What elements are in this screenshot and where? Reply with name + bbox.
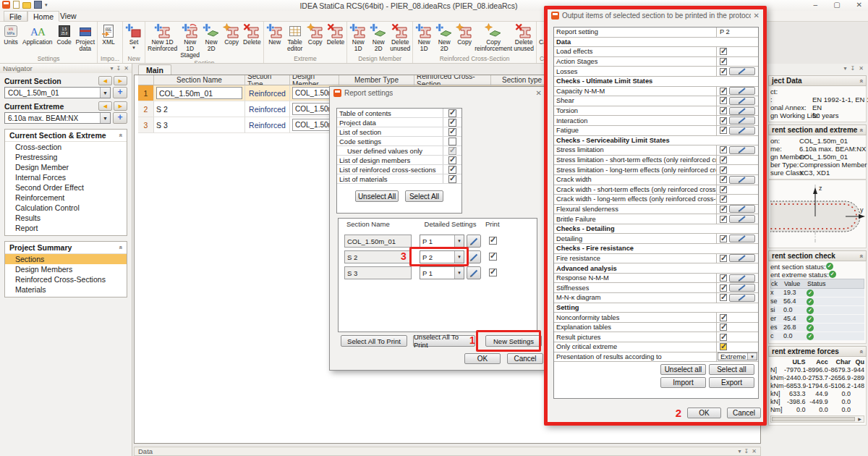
section-extreme-header[interactable]: rent section and extreme « bbox=[768, 124, 867, 135]
tab-file[interactable]: File bbox=[4, 11, 27, 22]
collapse-icon[interactable]: « bbox=[116, 245, 124, 249]
checkbox-table-of-contents[interactable] bbox=[448, 109, 456, 117]
print-checkbox[interactable] bbox=[489, 237, 497, 245]
sidebar-item-materials[interactable]: Materials bbox=[5, 284, 127, 295]
check-table-row[interactable]: es 26.8 ✓ bbox=[770, 324, 864, 332]
ribbon-button-new-1d[interactable]: New 1D bbox=[348, 22, 368, 53]
edit-settings-button[interactable] bbox=[467, 250, 481, 263]
checkbox-code-settings[interactable] bbox=[448, 138, 456, 145]
column-header-section-type[interactable]: Section Type bbox=[245, 75, 290, 85]
checkbox-fatigue[interactable] bbox=[720, 127, 727, 134]
ribbon-button-copy[interactable]: Copy bbox=[221, 22, 242, 46]
collapse-icon[interactable]: « bbox=[857, 254, 864, 258]
sidebar-item-reinforced-cross-sections[interactable]: Reinforced Cross-Sections bbox=[5, 274, 127, 284]
next-section-button[interactable]: ▶ bbox=[114, 76, 127, 85]
tab-main[interactable]: Main bbox=[138, 64, 171, 75]
select-all-button[interactable]: Select all bbox=[709, 364, 754, 375]
checkbox-fire-resistance[interactable] bbox=[720, 255, 727, 262]
checkbox-crack-width-long-term-effects-only-reinf[interactable] bbox=[720, 195, 727, 203]
add-section-button[interactable]: + bbox=[113, 87, 127, 98]
column-header-section-name[interactable]: Section Name bbox=[154, 75, 245, 85]
checkbox-only-critical-extreme[interactable] bbox=[720, 343, 727, 350]
checkbox-list-of-section[interactable] bbox=[448, 128, 456, 136]
checkbox-crack-width-short-term-effects-only-rein[interactable] bbox=[720, 186, 727, 193]
ribbon-button-new-2d[interactable]: New 2D bbox=[368, 22, 388, 53]
sidebar-item-report[interactable]: Report bbox=[5, 223, 127, 233]
checkbox-stress-limitation[interactable] bbox=[720, 146, 727, 153]
edit-detail-button[interactable] bbox=[729, 215, 755, 223]
next-extreme-button[interactable]: ▶ bbox=[114, 101, 127, 111]
cancel-button[interactable]: Cancel bbox=[507, 353, 543, 364]
column-header-member-type[interactable]: Member Type bbox=[339, 75, 414, 85]
checkbox-list-of-materials[interactable] bbox=[448, 175, 456, 183]
add-extreme-button[interactable]: + bbox=[113, 112, 127, 124]
checkbox-brittle-failure[interactable] bbox=[720, 216, 727, 223]
panel-caret-icon[interactable]: ▾ bbox=[111, 65, 114, 72]
ribbon-button-set[interactable]: Set ▼ bbox=[124, 22, 144, 51]
ribbon-button-application[interactable]: AA Application bbox=[21, 22, 54, 46]
ribbon-button-new-1d-reinforced[interactable]: New 1D Reinforced bbox=[146, 22, 179, 53]
collapse-icon[interactable]: « bbox=[116, 133, 124, 137]
check-table-row[interactable]: x 19.3 ✓ bbox=[770, 289, 864, 297]
new-settings-button[interactable]: New Settings bbox=[485, 335, 542, 347]
ribbon-button-code[interactable]: 1.525.8 Code bbox=[54, 22, 75, 46]
check-table-row[interactable]: si 0.0 ✓ bbox=[770, 306, 864, 315]
ribbon-button-new-2d[interactable]: New 2D bbox=[201, 22, 221, 53]
checkbox-stress-limitation-long-term-effects-only[interactable] bbox=[720, 166, 727, 174]
navigator-group-header[interactable]: Current Section & Extreme « bbox=[5, 130, 127, 142]
edit-detail-button[interactable] bbox=[729, 67, 755, 75]
section-name-field[interactable]: COL_1.50m_01 bbox=[344, 235, 412, 248]
collapse-icon[interactable]: « bbox=[857, 350, 864, 353]
ok-button[interactable]: OK bbox=[687, 408, 721, 418]
section-name-edit[interactable]: COL_1.50m_01 bbox=[156, 87, 242, 99]
unselect-all-to-print-button[interactable]: Unselect All To Print bbox=[413, 335, 475, 347]
panel-pin-icon[interactable]: ↧ bbox=[116, 65, 122, 72]
section-name-field[interactable]: S 3 bbox=[344, 266, 412, 279]
combobox-caret-icon[interactable]: ▼ bbox=[100, 113, 110, 123]
panel-pin-icon[interactable]: ↧ bbox=[744, 448, 749, 455]
combobox-caret-icon[interactable]: ▼ bbox=[100, 88, 110, 98]
ribbon-button-copy[interactable]: Copy bbox=[305, 22, 326, 46]
check-table-row[interactable]: er 45.4 ✓ bbox=[770, 315, 864, 324]
maximize-button[interactable]: ▢ bbox=[833, 1, 840, 9]
checkbox-m-n-diagram[interactable] bbox=[720, 294, 727, 301]
ribbon-button-delete[interactable]: Delete bbox=[326, 22, 346, 46]
collapse-icon[interactable]: « bbox=[857, 79, 864, 83]
edit-detail-button[interactable] bbox=[729, 284, 755, 292]
ribbon-button-units[interactable]: kNMPa Units bbox=[1, 22, 21, 46]
horizontal-scrollbar[interactable]: ▶ bbox=[770, 415, 864, 423]
detailed-settings-combobox[interactable]: P 1▼ bbox=[420, 235, 464, 248]
detailed-settings-combobox[interactable]: P 1▼ bbox=[420, 266, 464, 279]
combobox-caret-icon[interactable]: ▼ bbox=[454, 251, 464, 263]
close-icon[interactable]: ✕ bbox=[754, 12, 760, 20]
checkbox-result-pictures[interactable] bbox=[720, 334, 727, 341]
checkbox-stiffnesses[interactable] bbox=[720, 284, 727, 292]
ribbon-button-copy[interactable]: Copy bbox=[454, 22, 475, 46]
sidebar-item-internal-forces[interactable]: Internal Forces bbox=[5, 172, 127, 182]
combobox-caret-icon[interactable]: ▼ bbox=[747, 353, 757, 360]
column-header-filler[interactable] bbox=[138, 75, 154, 85]
project-data-header[interactable]: ject Data « bbox=[768, 75, 867, 86]
check-table-row[interactable]: c 0.0 ✓ bbox=[770, 332, 864, 341]
close-button[interactable]: ✕ bbox=[856, 1, 862, 9]
section-check-header[interactable]: rent section check « bbox=[768, 250, 867, 261]
ribbon-button-table-editor[interactable]: Table editor bbox=[285, 22, 305, 53]
edit-detail-button[interactable] bbox=[729, 274, 755, 282]
edit-detail-button[interactable] bbox=[729, 205, 755, 213]
cancel-button[interactable]: Cancel bbox=[727, 408, 761, 418]
checkbox-capacity-n-m-m[interactable] bbox=[720, 88, 727, 95]
current-section-combobox[interactable]: COL_1.50m_01 ▼ bbox=[4, 87, 111, 98]
sidebar-item-design-member[interactable]: Design Member bbox=[5, 162, 127, 172]
checkbox-list-of-reinforced-cross-sections[interactable] bbox=[448, 166, 456, 174]
import-button[interactable]: Import bbox=[660, 377, 706, 388]
panel-close-icon[interactable]: ✕ bbox=[752, 448, 757, 455]
collapse-icon[interactable]: « bbox=[857, 128, 864, 132]
sidebar-item-design-members[interactable]: Design Members bbox=[5, 264, 127, 274]
ribbon-button-copy-reinforcement[interactable]: Copy reinforcement bbox=[475, 22, 512, 53]
checkbox-shear[interactable] bbox=[720, 97, 727, 104]
ribbon-button-new-2d[interactable]: New 2D bbox=[434, 22, 454, 53]
sidebar-item-calculation-control[interactable]: Calculation Control bbox=[5, 203, 127, 213]
edit-detail-button[interactable] bbox=[729, 117, 755, 124]
sidebar-item-second-order-effect[interactable]: Second Order Effect bbox=[5, 182, 127, 193]
sidebar-item-cross-section[interactable]: Cross-section bbox=[5, 142, 127, 152]
